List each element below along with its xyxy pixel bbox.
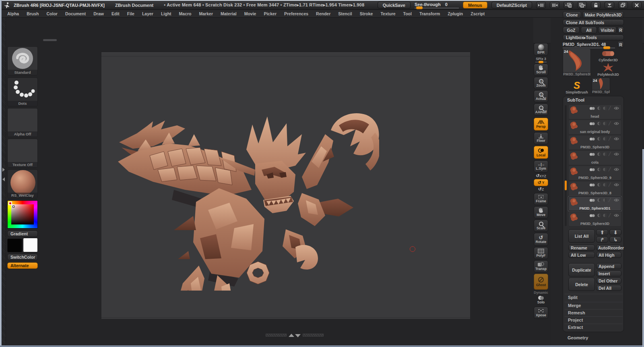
list-all-button[interactable]: List All — [568, 229, 595, 243]
move-down-button[interactable]: ⬇ — [609, 229, 621, 235]
aahalf-button[interactable]: ◗ AAHalf — [534, 104, 548, 116]
tool-name-slider[interactable]: PM3D_Sphere3D1. 48 — [563, 42, 615, 48]
brush-toggle-icon[interactable]: ╱ — [609, 106, 612, 110]
secondary-color-swatch[interactable] — [23, 238, 38, 252]
spix-slider[interactable]: SPix 3 — [535, 57, 547, 62]
rotate-y-button[interactable]: ↺ Y — [534, 179, 548, 186]
menu-item[interactable]: Movie — [244, 11, 256, 16]
dock-pages-right-icon[interactable] — [577, 2, 587, 8]
goz-r-button[interactable]: R — [617, 27, 624, 33]
move-view-button[interactable]: Move — [534, 206, 548, 218]
persp-button[interactable]: Persp — [534, 118, 548, 131]
menu-item[interactable]: Edit — [111, 11, 120, 16]
polypaint-icon[interactable] — [589, 168, 595, 171]
bottom-tray-bar-right[interactable] — [303, 334, 324, 337]
sculpt-model-creature[interactable] — [114, 109, 379, 291]
subtool-item[interactable]: ╱ PM3D_Sphere3D — [568, 212, 621, 226]
insert-button[interactable]: Insert — [596, 270, 621, 276]
brush-toggle-icon[interactable]: ╱ — [609, 152, 612, 156]
crescent-icon[interactable] — [597, 152, 601, 156]
goz-all-button[interactable]: All — [581, 27, 597, 33]
delete-button[interactable]: Delete — [568, 278, 595, 291]
lsym-button[interactable]: ←|→ L.Sym — [534, 160, 548, 172]
minimize-icon[interactable] — [605, 2, 614, 8]
shift-down-button[interactable]: ↳ — [609, 237, 621, 243]
floor-button[interactable]: Floor — [534, 132, 548, 144]
polypaint-icon[interactable] — [589, 122, 595, 125]
menu-item[interactable]: Draw — [93, 11, 104, 16]
project-section[interactable]: Project — [565, 316, 623, 323]
solo-button[interactable]: Solo — [534, 295, 548, 305]
window-border-bottom[interactable] — [0, 345, 644, 347]
local-button[interactable]: Local — [534, 146, 548, 159]
clone-button[interactable]: Clone — [563, 11, 581, 18]
polypaint-icon[interactable] — [589, 137, 595, 141]
rename-button[interactable]: Rename — [568, 245, 595, 251]
scale-view-button[interactable]: Scale — [534, 220, 548, 232]
half-circle-icon[interactable] — [603, 198, 607, 202]
tray-up-arrow-icon[interactable] — [289, 334, 294, 337]
half-circle-icon[interactable] — [603, 183, 607, 187]
half-circle-icon[interactable] — [603, 106, 607, 110]
default-zscript-button[interactable]: DefaultZScript — [491, 2, 532, 8]
stroke-selector[interactable]: Dots — [7, 77, 38, 106]
menu-item[interactable]: Texture — [380, 11, 395, 16]
menu-item[interactable]: Marker — [199, 11, 213, 16]
brush-toggle-icon[interactable]: ╱ — [609, 214, 612, 217]
subtool-item[interactable]: ╱ cola — [568, 150, 621, 165]
eye-icon[interactable] — [614, 168, 619, 171]
menu-item[interactable]: Stencil — [338, 11, 352, 16]
bottom-tray-bar-left[interactable] — [266, 334, 287, 337]
brush-toggle-icon[interactable]: ╱ — [609, 168, 612, 171]
tray-open-arrow-icon[interactable] — [2, 168, 5, 172]
clone-all-subtools-button[interactable]: Clone All SubTools — [563, 19, 624, 25]
close-icon[interactable] — [632, 2, 642, 8]
subtool-item[interactable]: ╱ head — [568, 104, 621, 119]
subtool-item[interactable]: ╱ PM3D_Sphere3D_9 — [568, 166, 621, 181]
eye-icon[interactable] — [614, 152, 619, 156]
crescent-icon[interactable] — [597, 106, 601, 110]
menu-item[interactable]: Color — [47, 11, 58, 16]
duplicate-button[interactable]: Duplicate — [568, 263, 595, 276]
frame-button[interactable]: Frame — [534, 193, 548, 205]
rotate-xyz-button[interactable]: ↺XYZ — [536, 174, 546, 178]
switchcolor-button[interactable]: SwitchColor — [7, 254, 38, 260]
half-circle-icon[interactable] — [603, 122, 607, 125]
menu-item[interactable]: Layer — [142, 11, 153, 16]
crescent-icon[interactable] — [597, 168, 601, 171]
del-other-button[interactable]: Del Other — [596, 278, 621, 284]
half-circle-icon[interactable] — [603, 168, 607, 171]
menu-item[interactable]: Preferences — [284, 11, 308, 16]
brush-toggle-icon[interactable]: ╱ — [609, 122, 612, 125]
menu-item[interactable]: Zplugin — [448, 11, 463, 16]
collapse-left-icon[interactable] — [536, 2, 546, 8]
half-circle-icon[interactable] — [603, 137, 607, 141]
half-circle-icon[interactable] — [603, 214, 607, 217]
menu-item[interactable]: Stroke — [360, 11, 373, 16]
goz-visible-button[interactable]: Visible — [598, 27, 617, 33]
restore-icon[interactable] — [618, 2, 628, 8]
color-picker[interactable] — [7, 200, 38, 229]
move-up-button[interactable]: ⬆ — [596, 229, 608, 235]
texture-selector[interactable]: Texture Off — [7, 139, 38, 168]
polyf-button[interactable]: PolyF — [534, 247, 548, 259]
crescent-icon[interactable] — [597, 198, 601, 202]
autoreorder-button[interactable]: AutoReorder — [596, 245, 621, 251]
all-high-button[interactable]: All High — [596, 252, 621, 258]
goz-button[interactable]: GoZ — [563, 27, 580, 33]
ghost-button[interactable]: Ghost — [534, 274, 548, 290]
quicksave-button[interactable]: QuickSave — [378, 2, 411, 8]
shift-up-button[interactable]: ↱ — [596, 237, 608, 243]
menu-item[interactable]: Document — [65, 11, 86, 16]
collapse-right-icon[interactable] — [550, 2, 559, 8]
merge-section[interactable]: Merge — [565, 302, 623, 308]
crescent-icon[interactable] — [597, 214, 601, 217]
simplebrush-tool[interactable]: S SimpleBrush — [563, 78, 591, 94]
left-tray-divider[interactable] — [2, 18, 6, 345]
tray-down-arrow-icon[interactable] — [295, 334, 301, 337]
see-through-handle[interactable] — [416, 6, 423, 9]
menu-item[interactable]: Transform — [419, 11, 440, 16]
spix-track[interactable] — [535, 62, 547, 62]
menu-item[interactable]: Macro — [179, 11, 192, 16]
canvas-area[interactable] — [6, 18, 533, 345]
